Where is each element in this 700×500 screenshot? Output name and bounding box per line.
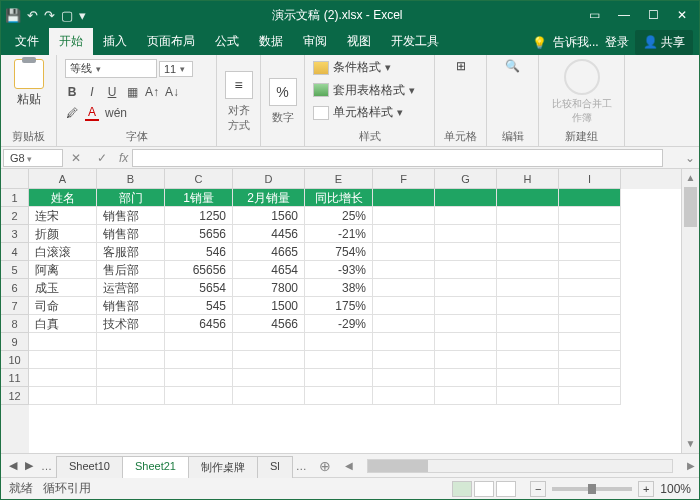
compare-icon[interactable] [564,59,600,95]
ribbon-options-icon[interactable]: ▭ [589,8,600,22]
tab-formula[interactable]: 公式 [205,28,249,55]
cell[interactable]: 38% [305,279,373,297]
cell[interactable] [97,351,165,369]
accept-formula-icon[interactable]: ✓ [89,151,115,165]
cell[interactable]: 7800 [233,279,305,297]
cell[interactable] [373,351,435,369]
fill-color-button[interactable]: 🖉 [65,106,79,120]
cell[interactable] [305,387,373,405]
cell[interactable]: 成玉 [29,279,97,297]
tab-layout[interactable]: 页面布局 [137,28,205,55]
cell[interactable]: -21% [305,225,373,243]
row-header[interactable]: 5 [1,261,29,279]
cell[interactable]: 折颜 [29,225,97,243]
cell[interactable]: 销售部 [97,225,165,243]
cell[interactable] [497,351,559,369]
cell[interactable] [559,351,621,369]
cell[interactable] [435,315,497,333]
cell[interactable]: 546 [165,243,233,261]
cell[interactable]: 销售部 [97,297,165,315]
cell[interactable] [373,297,435,315]
cell[interactable] [29,351,97,369]
cell[interactable] [97,333,165,351]
font-grow-icon[interactable]: A↑ [145,85,159,99]
cell[interactable] [233,369,305,387]
cell[interactable] [165,387,233,405]
row-header[interactable]: 2 [1,207,29,225]
cell[interactable]: -93% [305,261,373,279]
cells-icon[interactable]: ⊞ [456,59,466,73]
cell[interactable] [559,279,621,297]
sheet-tab[interactable]: 制作桌牌 [188,456,258,478]
cell[interactable] [233,351,305,369]
cell[interactable]: 运营部 [97,279,165,297]
cell[interactable] [29,333,97,351]
cell-style-button[interactable]: 单元格样式 ▾ [313,104,426,121]
cell[interactable]: 同比增长 [305,189,373,207]
col-header[interactable]: I [559,169,621,189]
cell[interactable] [497,315,559,333]
hscroll-left-icon[interactable]: ◀ [345,460,353,471]
close-icon[interactable]: ✕ [677,8,687,22]
cell[interactable]: 5654 [165,279,233,297]
tab-insert[interactable]: 插入 [93,28,137,55]
phonetic-button[interactable]: wén [105,106,127,120]
cell[interactable] [435,351,497,369]
font-size-select[interactable]: 11 [159,61,193,77]
cell[interactable] [435,369,497,387]
sheet-tab[interactable]: Sheet10 [56,456,123,478]
bold-button[interactable]: B [65,85,79,99]
cell[interactable]: 1500 [233,297,305,315]
view-break-button[interactable] [496,481,516,497]
col-header[interactable]: B [97,169,165,189]
cell[interactable] [373,315,435,333]
cell[interactable]: 5656 [165,225,233,243]
cell[interactable] [497,207,559,225]
login-link[interactable]: 登录 [605,34,629,51]
tab-review[interactable]: 审阅 [293,28,337,55]
cell[interactable]: 部门 [97,189,165,207]
font-shrink-icon[interactable]: A↓ [165,85,179,99]
expand-formula-icon[interactable]: ⌄ [681,151,699,165]
row-header[interactable]: 1 [1,189,29,207]
border-button[interactable]: ▦ [125,85,139,99]
hscroll-thumb[interactable] [368,460,428,472]
col-header[interactable]: A [29,169,97,189]
fx-icon[interactable]: fx [115,151,132,165]
share-button[interactable]: 👤 共享 [635,30,693,55]
cell[interactable] [559,243,621,261]
row-header[interactable]: 11 [1,369,29,387]
number-icon[interactable]: % [269,78,297,106]
row-header[interactable]: 12 [1,387,29,405]
cell[interactable] [559,225,621,243]
view-layout-button[interactable] [474,481,494,497]
cell[interactable] [497,243,559,261]
name-box[interactable]: G8 [3,149,63,167]
cell[interactable] [435,297,497,315]
maximize-icon[interactable]: ☐ [648,8,659,22]
scroll-up-icon[interactable]: ▲ [682,169,699,187]
cell[interactable] [559,207,621,225]
cell[interactable] [373,387,435,405]
row-header[interactable]: 10 [1,351,29,369]
cell[interactable] [435,207,497,225]
col-header[interactable]: C [165,169,233,189]
cell[interactable] [559,261,621,279]
new-icon[interactable]: ▢ [61,8,73,23]
cell[interactable]: 6456 [165,315,233,333]
font-name-select[interactable]: 等线 [65,59,157,78]
cell[interactable] [559,297,621,315]
add-sheet-button[interactable]: ⊕ [311,458,339,474]
italic-button[interactable]: I [85,85,99,99]
cell[interactable] [233,333,305,351]
cell[interactable]: 545 [165,297,233,315]
cell[interactable] [233,387,305,405]
zoom-slider[interactable] [552,487,632,491]
cell[interactable]: 4654 [233,261,305,279]
col-header[interactable]: D [233,169,305,189]
col-header[interactable]: F [373,169,435,189]
row-header[interactable]: 6 [1,279,29,297]
row-header[interactable]: 7 [1,297,29,315]
cell[interactable]: 65656 [165,261,233,279]
sheet-tab[interactable]: Sheet21 [122,456,189,478]
